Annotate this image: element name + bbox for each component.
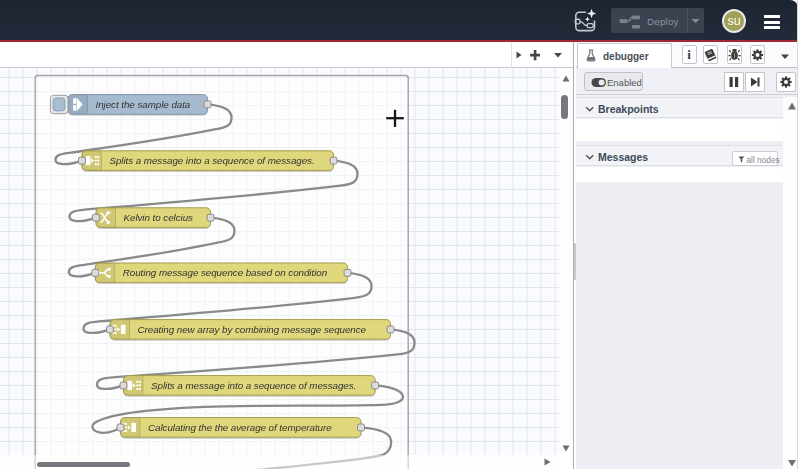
svg-text:Inject the sample data: Inject the sample data: [96, 99, 191, 110]
svg-text:Splits a message into a sequen: Splits a message into a sequence of mess…: [151, 380, 356, 391]
svg-text:Routing message sequence based: Routing message sequence based on condit…: [123, 267, 327, 278]
svg-text:Splits a message into a sequen: Splits a message into a sequence of mess…: [109, 155, 314, 166]
svg-text:Calculating the the average of: Calculating the the average of temperatu…: [148, 422, 332, 433]
svg-text:Creating new array by combinin: Creating new array by combining message …: [138, 324, 367, 335]
svg-text:Kelvin to celcius: Kelvin to celcius: [124, 212, 194, 223]
svg-text:i: i: [687, 47, 691, 62]
